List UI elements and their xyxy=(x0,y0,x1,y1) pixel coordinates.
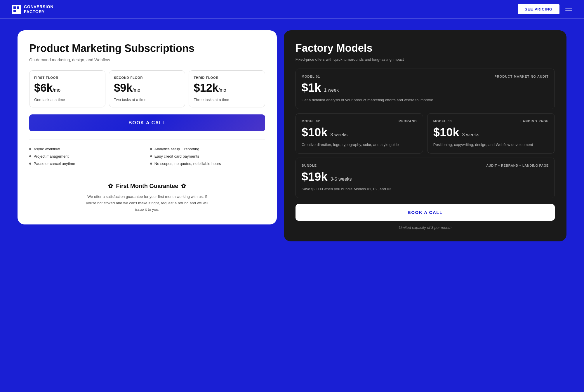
model-02-header: MODEL 02 REBRAND xyxy=(302,119,417,123)
feature-no-scopes: No scopes, no quotes, no billable hours xyxy=(150,161,265,166)
feature-project-label: Project management xyxy=(34,154,69,158)
model-03-header: MODEL 03 LANDING PAGE xyxy=(433,119,549,123)
bullet-icon xyxy=(150,163,152,165)
book-call-button-left[interactable]: BOOK A CALL xyxy=(29,114,265,131)
logo-text: CONVERSIONFACTORY xyxy=(24,4,53,14)
book-call-button-right[interactable]: BOOK A CALL xyxy=(296,204,555,221)
right-card-title: Factory Models xyxy=(296,42,555,54)
bundle-desc: Save $2,000 when you bundle Models 01, 0… xyxy=(302,186,549,192)
bullet-icon xyxy=(150,148,152,150)
guarantee-title-text: First Month Guarantee xyxy=(116,183,178,189)
tier-first-label: FIRST FLOOR xyxy=(34,76,100,79)
feature-analytics-label: Analytics setup + reporting xyxy=(154,147,199,151)
divider-1 xyxy=(29,140,265,140)
svg-rect-2 xyxy=(17,6,19,9)
tier-second-price: $9k/mo xyxy=(114,82,180,93)
model-01-header: MODEL 01 PRODUCT MARKETING AUDIT xyxy=(302,75,549,78)
model-03-duration: 3 weeks xyxy=(462,132,479,137)
tier-third-desc: Three tasks at a time xyxy=(194,97,260,102)
feature-async: Async workflow xyxy=(29,147,144,151)
tier-third-price: $12k/mo xyxy=(194,82,260,93)
bundle-header: BUNDLE AUDIT + REBRAND + LANDING PAGE xyxy=(302,164,549,167)
feature-scopes-label: No scopes, no quotes, no billable hours xyxy=(154,161,221,166)
tier-second-desc: Two tasks at a time xyxy=(114,97,180,102)
model-03-price-row: $10k 3 weeks xyxy=(433,126,549,139)
bundle-price: $19k xyxy=(302,170,328,183)
bundle-price-row: $19k 3-5 weeks xyxy=(302,170,549,183)
guarantee-text: We offer a satisfaction guarantee for yo… xyxy=(86,194,208,213)
right-card: Factory Models Fixed-price offers with q… xyxy=(284,30,566,241)
feature-analytics: Analytics setup + reporting xyxy=(150,147,265,151)
bundle-duration: 3-5 weeks xyxy=(331,177,352,182)
model-02-03-row: MODEL 02 REBRAND $10k 3 weeks Creative d… xyxy=(296,113,555,154)
tier-third-floor: THRID FLOOR $12k/mo Three tasks at a tim… xyxy=(189,70,265,107)
tier-third-label: THRID FLOOR xyxy=(194,76,260,79)
bundle-label: BUNDLE xyxy=(302,164,317,167)
model-03-number: MODEL 03 xyxy=(433,119,452,123)
left-card-title: Product Marketing Subscriptions xyxy=(29,42,265,55)
feature-credit-label: Easy credit card payments xyxy=(154,154,199,158)
logo: CONVERSIONFACTORY xyxy=(12,4,53,14)
guarantee-title: ✿ First Month Guarantee ✿ xyxy=(29,182,265,189)
guarantee-icon-right: ✿ xyxy=(181,182,186,189)
feature-pause-cancel: Pause or cancel anytime xyxy=(29,161,144,166)
feature-pause-label: Pause or cancel anytime xyxy=(34,161,75,166)
bundle-card: BUNDLE AUDIT + REBRAND + LANDING PAGE $1… xyxy=(296,158,555,198)
features-grid: Async workflow Analytics setup + reporti… xyxy=(29,147,265,166)
tier-first-price: $6k/mo xyxy=(34,82,100,93)
model-02-price: $10k xyxy=(302,126,328,139)
left-card-subtitle: On-demand marketing, design, and Webflow xyxy=(29,58,265,62)
svg-rect-3 xyxy=(13,10,16,12)
bullet-icon xyxy=(29,155,31,157)
model-01-type: PRODUCT MARKETING AUDIT xyxy=(494,75,549,78)
left-card: Product Marketing Subscriptions On-deman… xyxy=(18,30,277,224)
svg-rect-1 xyxy=(13,6,16,9)
model-03-price: $10k xyxy=(433,126,459,139)
guarantee-icon-left: ✿ xyxy=(108,182,113,189)
model-03-type: LANDING PAGE xyxy=(520,119,549,123)
menu-icon[interactable] xyxy=(565,8,572,11)
model-03-desc: Positioning, copywriting, design, and We… xyxy=(433,142,549,148)
model-02-card: MODEL 02 REBRAND $10k 3 weeks Creative d… xyxy=(296,113,423,154)
feature-project-mgmt: Project management xyxy=(29,154,144,158)
model-02-type: REBRAND xyxy=(399,119,417,123)
svg-rect-0 xyxy=(12,5,21,14)
tier-second-label: SECOND FLOOR xyxy=(114,76,180,79)
model-01-price: $1k xyxy=(302,81,321,94)
limited-capacity-text: Limited capacity of 3 per month xyxy=(296,225,555,230)
bullet-icon xyxy=(150,155,152,157)
model-01-price-row: $1k 1 week xyxy=(302,81,549,94)
feature-async-label: Async workflow xyxy=(34,147,60,151)
model-01-desc: Get a detailed analysis of your product … xyxy=(302,97,549,103)
guarantee-section: ✿ First Month Guarantee ✿ We offer a sat… xyxy=(29,174,265,213)
bundle-type: AUDIT + REBRAND + LANDING PAGE xyxy=(486,164,549,167)
main-content: Product Marketing Subscriptions On-deman… xyxy=(0,19,584,392)
model-01-card: MODEL 01 PRODUCT MARKETING AUDIT $1k 1 w… xyxy=(296,69,555,109)
plan-tiers: FIRST FLOOR $6k/mo One task at a time SE… xyxy=(29,70,265,107)
see-pricing-button[interactable]: SEE PRICING xyxy=(518,4,559,14)
tier-first-floor: FIRST FLOOR $6k/mo One task at a time xyxy=(29,70,105,107)
model-02-desc: Creative direction, logo, typography, co… xyxy=(302,142,417,148)
navbar: CONVERSIONFACTORY SEE PRICING xyxy=(0,0,584,19)
tier-second-floor: SECOND FLOOR $9k/mo Two tasks at a time xyxy=(109,70,185,107)
feature-credit-card: Easy credit card payments xyxy=(150,154,265,158)
model-02-duration: 3 weeks xyxy=(331,132,348,137)
bullet-icon xyxy=(29,148,31,150)
model-03-card: MODEL 03 LANDING PAGE $10k 3 weeks Posit… xyxy=(427,113,555,154)
model-01-number: MODEL 01 xyxy=(302,75,320,78)
nav-right: SEE PRICING xyxy=(518,4,572,14)
model-02-price-row: $10k 3 weeks xyxy=(302,126,417,139)
logo-icon xyxy=(12,5,21,14)
model-02-number: MODEL 02 xyxy=(302,119,320,123)
model-01-duration: 1 week xyxy=(324,88,339,93)
tier-first-desc: One task at a time xyxy=(34,97,100,102)
right-card-subtitle: Fixed-price offers with quick turnaround… xyxy=(296,57,555,62)
bullet-icon xyxy=(29,163,31,165)
